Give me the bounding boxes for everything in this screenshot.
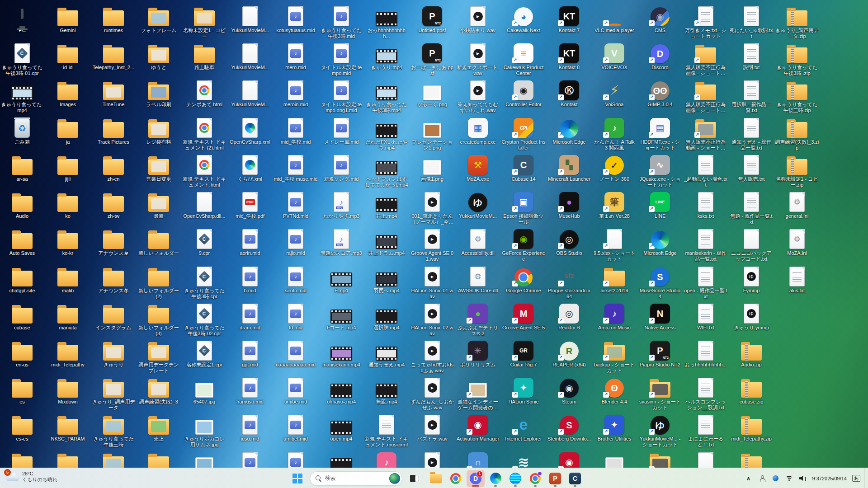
desktop-icon[interactable]: 新しいフォルダー (2) xyxy=(137,264,181,300)
desktop-icon[interactable]: ♪ xyxy=(228,450,272,468)
desktop-icon[interactable]: ▶Groove Agent SE 01.wav xyxy=(410,226,454,262)
desktop-icon[interactable]: ⚙MoZA.ini xyxy=(775,226,819,256)
desktop-icon[interactable]: きゅうりボカコレ用サムネ.jpg xyxy=(182,412,226,448)
desktop-icon[interactable]: S↗Steinberg Downlo... xyxy=(547,412,591,442)
desktop-icon[interactable]: ↗backup - ショートカット xyxy=(592,338,637,374)
desktop-icon[interactable]: ↗孤独なインディーゲーム開発者の一生 ... xyxy=(456,375,500,411)
desktop-icon[interactable]: ▶新規エクスポート.wav xyxy=(456,41,500,76)
desktop-icon[interactable]: きゅうり食ってた午後三時 xyxy=(91,412,136,448)
desktop-icon[interactable]: KT↗Kontakt 8 xyxy=(547,41,591,70)
desktop-icon[interactable]: ✓↗ノートン 360 xyxy=(592,152,637,182)
desktop-icon[interactable]: 路上駐車 xyxy=(182,41,226,70)
desktop-icon[interactable]: 65407.jpg xyxy=(182,375,226,405)
clock[interactable]: 9:37 2025/09/14 xyxy=(811,471,849,486)
desktop-icon[interactable] xyxy=(91,450,136,468)
desktop-icon[interactable] xyxy=(182,450,226,468)
desktop-icon[interactable]: ♪MP3無題のスコア.mp3 xyxy=(319,226,363,256)
desktop-icon[interactable]: GR↗Guitar Rig 7 xyxy=(501,338,546,368)
desktop-icon[interactable]: アナウンス夏 xyxy=(91,226,136,256)
wifi-icon[interactable] xyxy=(783,471,795,486)
taskbar-app-file-explorer[interactable] xyxy=(427,470,445,487)
desktop-icon[interactable]: 売上 xyxy=(137,412,181,442)
desktop-icon[interactable]: ↗無人販売不正行為画像 - ショートカット xyxy=(684,78,728,113)
tray-app-icon[interactable] xyxy=(770,471,782,486)
taskbar-app-blue-sphere-app[interactable] xyxy=(506,470,524,487)
weather-widget[interactable]: 5 28°C くもりのち晴れ xyxy=(3,470,61,483)
desktop-icon[interactable]: es xyxy=(0,375,44,405)
desktop-icon[interactable]: ゆFymmp xyxy=(729,264,774,294)
taskbar-app-powerpoint[interactable]: P xyxy=(546,470,564,487)
desktop-icon[interactable]: midi_Telepathy xyxy=(46,338,90,368)
desktop-icon[interactable]: 新規 テキスト ドキュメント.musicxml xyxy=(364,412,409,448)
desktop-icon[interactable]: きゅうり食ってた午後三時.zip xyxy=(775,78,819,113)
taskbar-app-chrome-profile[interactable] xyxy=(526,470,544,487)
desktop-icon[interactable] xyxy=(729,450,774,468)
desktop-icon[interactable]: ♪aorin.mid xyxy=(228,226,272,256)
desktop-icon[interactable]: ♪↗かんたん！ AITalk 3 関西風 xyxy=(592,115,637,151)
desktop-icon[interactable]: ♪MP3わかりやす.mp3 xyxy=(319,189,363,219)
desktop-icon[interactable]: ↗Microsoft Edge xyxy=(547,115,591,145)
desktop-icon[interactable]: ♪メドレー風.mid xyxy=(319,115,363,145)
desktop-icon[interactable]: Ⓚ↗Kontakt xyxy=(547,78,591,108)
desktop-icon[interactable]: 最新 xyxy=(137,189,181,219)
desktop-icon[interactable]: ⚙Accessibility.dll xyxy=(456,226,500,256)
desktop-icon[interactable]: Track Pictures xyxy=(91,115,136,145)
desktop-icon[interactable]: アナウンス冬 xyxy=(91,264,136,294)
desktop-icon[interactable]: S↗MuseScore Studio 4 xyxy=(638,264,682,300)
desktop-icon[interactable]: 無題.mp4 xyxy=(364,375,409,405)
desktop-icon[interactable]: zh-cn xyxy=(91,152,136,182)
desktop-icon[interactable]: Auto Saves xyxy=(0,226,44,256)
desktop-icon[interactable]: jijii xyxy=(46,152,90,182)
desktop-icon[interactable]: PNT2おーばーまにあ.ppsf xyxy=(410,41,454,76)
desktop-icon[interactable]: ʘ↗Blender 4.4 xyxy=(592,375,637,405)
desktop-icon[interactable]: 調声練習(失敗)_3.zip xyxy=(775,115,819,151)
desktop-icon[interactable]: TimeTune xyxy=(91,78,136,108)
desktop-icon[interactable]: ∩↗ xyxy=(456,450,500,468)
desktop-icon[interactable]: NKSC_PARAM xyxy=(46,412,90,442)
desktop-icon[interactable]: くらび.xml xyxy=(228,152,272,182)
desktop-icon[interactable]: ◎↗OBS Studio xyxy=(547,226,591,256)
desktop-icon[interactable]: ▶小銭詰まり.wav xyxy=(456,4,500,33)
start-button[interactable] xyxy=(288,470,307,487)
desktop-icon[interactable]: D↗Discord xyxy=(638,41,682,70)
desktop-icon[interactable]: Fコード.mp4 xyxy=(319,301,363,331)
desktop-icon[interactable]: 説明.txt xyxy=(729,41,774,70)
desktop-icon[interactable]: Cきゅうり食ってた午後3時.cpr xyxy=(182,264,226,300)
desktop-icon[interactable]: ♪hamusu.mid xyxy=(228,375,272,405)
desktop-icon[interactable]: ↗airset2-2019 xyxy=(592,264,637,294)
desktop-icon[interactable]: cubase.zip xyxy=(729,375,774,405)
desktop-icon[interactable]: open.mp4 xyxy=(319,412,363,442)
desktop-icon[interactable]: プレゼンテーション1.png xyxy=(410,115,454,151)
search-input[interactable]: 検索 xyxy=(310,471,402,486)
desktop-icon[interactable]: 名称未設定1 - コピー.zip xyxy=(775,152,819,188)
desktop-icon[interactable]: ♪gpt.mid xyxy=(228,338,272,368)
desktop-icon[interactable]: runtimes xyxy=(91,4,136,33)
desktop-icon[interactable]: だれだFXいれたやつ.mp4 xyxy=(364,115,409,151)
desktop-icon[interactable]: ʘʘ↗GIMP 3.0.4 xyxy=(638,78,682,108)
desktop-icon[interactable]: Gemini xyxy=(46,4,90,33)
desktop-icon[interactable]: maniuta xyxy=(46,301,90,331)
taskbar-app-edge[interactable] xyxy=(486,470,505,487)
desktop-icon[interactable]: ▶HALion Sonic 01.wav xyxy=(410,264,454,300)
desktop-icon[interactable]: 新規 テキスト ドキュメント (2).html xyxy=(182,115,226,151)
desktop-icon[interactable]: きゅうり食ってた.mp4 xyxy=(0,78,44,113)
desktop-icon[interactable]: ohhayo-.mp4 xyxy=(319,375,363,405)
desktop-icon[interactable]: 井上.mp4 xyxy=(364,189,409,219)
desktop-icon[interactable]: ↗Google Chrome xyxy=(501,264,546,294)
desktop-icon[interactable]: ∿↗JQuake.exe - ショートカット xyxy=(638,152,682,188)
desktop-icon[interactable]: ♪ xyxy=(364,450,409,468)
desktop-icon[interactable]: ◎↗Reaktor 6 xyxy=(547,301,591,331)
desktop-icon[interactable]: ゆYukkuriMovieM... xyxy=(456,189,500,219)
desktop-icon[interactable]: 新しいフォルダー xyxy=(137,226,181,256)
desktop-icon[interactable]: PNT2Untitled.ppsf xyxy=(410,4,454,33)
desktop-icon[interactable]: midi_Telepathy.zip xyxy=(729,412,774,442)
desktop-icon[interactable]: ヘッドフォンはずしててよかっt.mp4 xyxy=(364,152,409,188)
taskbar-app-chrome[interactable] xyxy=(447,470,465,487)
desktop-icon[interactable]: ♪PVTNd.mid xyxy=(274,189,318,219)
desktop-icon[interactable]: 選択肢.mp4 xyxy=(364,301,409,331)
desktop-icon[interactable]: es-es xyxy=(0,412,44,442)
desktop-icon[interactable]: Cきゅうり食ってた午後3時-01.cpr xyxy=(0,41,44,76)
desktop-icon[interactable]: ✳↗ポリリリリズム xyxy=(456,338,500,368)
desktop-icon[interactable]: en-us xyxy=(0,338,44,368)
desktop-icon[interactable]: ↗Microsoft Edge xyxy=(638,226,682,256)
